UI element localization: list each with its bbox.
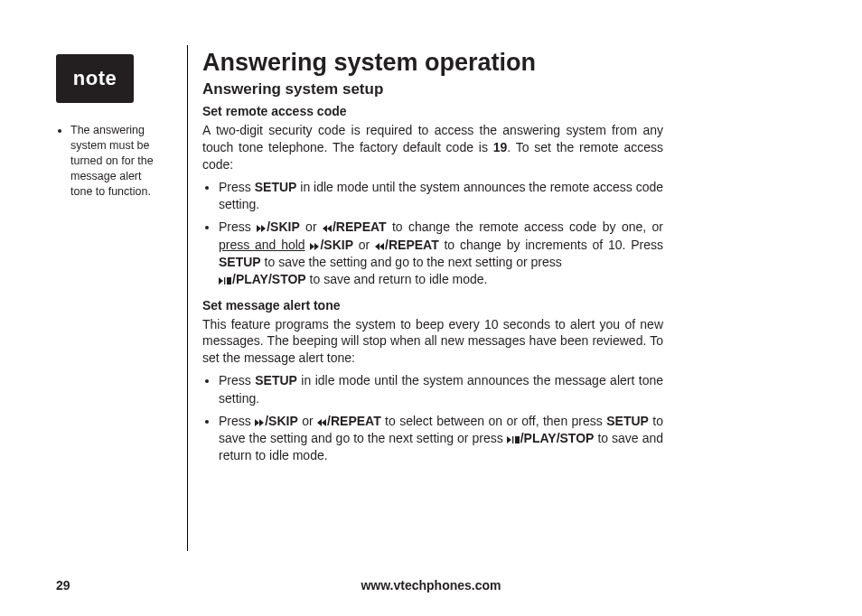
text: Press [219, 373, 255, 387]
vertical-divider [187, 45, 188, 551]
text: Press [219, 180, 255, 194]
key-playstop: /PLAY/STOP [520, 431, 595, 445]
paragraph-alert-intro: This feature programs the system to beep… [202, 316, 663, 368]
text-underline: press and hold [219, 238, 305, 252]
rewind-icon [323, 225, 333, 232]
fast-forward-icon [310, 243, 320, 250]
key-skip: /SKIP [267, 219, 300, 234]
list-alert-steps: Press SETUP in idle mode until the syste… [202, 372, 663, 465]
key-setup: SETUP [606, 414, 649, 428]
text: or [300, 219, 323, 234]
sidebar-note-column: note The answering system must be turned… [56, 54, 155, 204]
key-repeat: /REPEAT [333, 219, 387, 234]
key-skip: /SKIP [320, 238, 353, 252]
heading-set-alert-tone: Set message alert tone [202, 298, 663, 313]
text: to save the setting and go to the next s… [261, 255, 562, 269]
rewind-icon [317, 419, 327, 426]
paragraph-remote-intro: A two-digit security code is required to… [202, 122, 663, 173]
text: to save and return to idle mode. [306, 272, 488, 286]
list-item: Press SETUP in idle mode until the syste… [219, 372, 663, 407]
list-item: Press SETUP in idle mode until the syste… [219, 179, 663, 214]
fast-forward-icon [255, 419, 265, 426]
page-title: Answering system operation [202, 49, 663, 77]
note-badge: note [56, 54, 134, 103]
default-code: 19 [493, 140, 508, 154]
play-stop-icon [219, 277, 232, 285]
key-repeat: /REPEAT [385, 238, 439, 252]
list-item: Press /SKIP or /REPEAT to change the rem… [219, 219, 663, 288]
play-stop-icon [507, 436, 520, 443]
key-setup: SETUP [219, 255, 261, 269]
text: to change by increments of 10. Press [439, 238, 663, 252]
list-remote-steps: Press SETUP in idle mode until the syste… [202, 179, 663, 289]
text: or [353, 238, 375, 252]
sidebar-note-list: The answering system must be turned on f… [56, 123, 155, 199]
sidebar-note-item: The answering system must be turned on f… [70, 123, 155, 199]
text: to select between on or off, then press [381, 414, 607, 428]
text: Press [219, 219, 257, 234]
manual-page: note The answering system must be turned… [0, 0, 862, 616]
key-repeat: /REPEAT [327, 414, 381, 428]
key-skip: /SKIP [265, 414, 298, 428]
key-setup: SETUP [255, 373, 297, 387]
fast-forward-icon [257, 225, 267, 232]
section-subtitle: Answering system setup [202, 80, 663, 98]
text: Press [219, 414, 255, 428]
main-content: Answering system operation Answering sys… [202, 49, 663, 474]
key-setup: SETUP [255, 180, 297, 194]
key-playstop: /PLAY/STOP [232, 272, 306, 286]
text: to change the remote access code by one,… [387, 219, 663, 234]
text: or [298, 414, 317, 428]
list-item: Press /SKIP or /REPEAT to select between… [219, 413, 663, 465]
rewind-icon [375, 243, 385, 250]
heading-set-remote-code: Set remote access code [202, 104, 663, 118]
footer-url: www.vtechphones.com [0, 578, 862, 593]
